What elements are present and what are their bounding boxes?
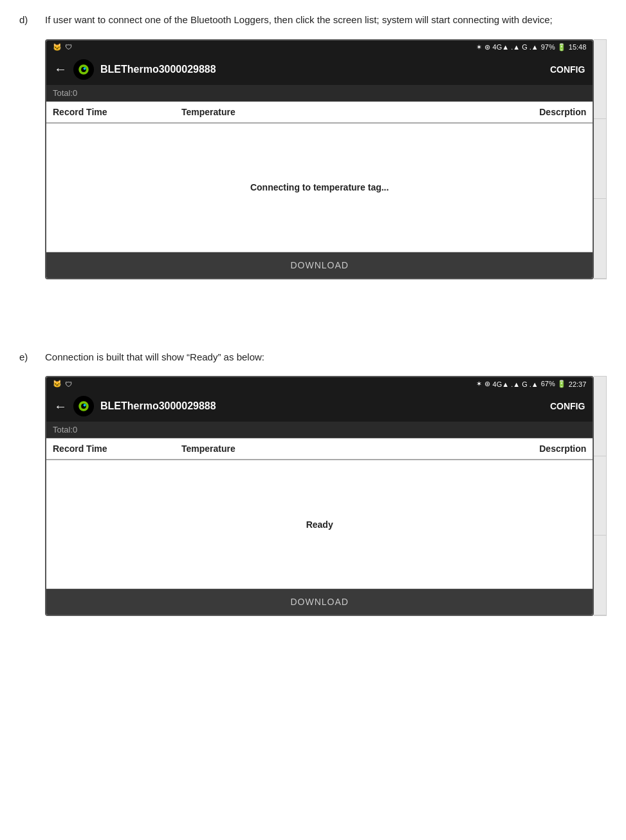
status-bar-2: 🐱 🛡 ✶ ⊛ 4G▲ .▲ G .▲ 67% 🔋 22:37 [46, 377, 593, 391]
phone-screen-1: 🐱 🛡 ✶ ⊛ 4G▲ .▲ G .▲ 97% 🔋 15:48 ← [45, 39, 607, 279]
section-d-label: d) [19, 13, 37, 28]
device-name-1: BLEThermo3000029888 [100, 64, 544, 75]
signal-text-1: 4G▲ .▲ G .▲ [493, 43, 539, 51]
time-2: 22:37 [569, 380, 587, 388]
app-header-2: ← BLEThermo3000029888 CONFIG [46, 391, 593, 422]
col-record-time-1: Record Time [53, 107, 181, 117]
config-button-2[interactable]: CONFIG [550, 401, 585, 411]
app-header-1: ← BLEThermo3000029888 CONFIG [46, 54, 593, 85]
status-left-icons-2: 🐱 🛡 [53, 380, 72, 388]
svg-point-7 [84, 404, 86, 407]
svg-point-3 [84, 67, 86, 70]
side-indicator-bot-1 [594, 199, 606, 279]
col-temperature-2: Temperature [181, 443, 297, 454]
side-indicator-top-2 [594, 377, 606, 456]
col-record-time-2: Record Time [53, 443, 181, 454]
monster-icon-1: 🐱 [53, 43, 62, 51]
shield-icon-1: 🛡 [65, 43, 72, 51]
table-header-1: Record Time Temperature Descrption [46, 102, 593, 124]
section-d-intro: d) If user want to connect one of the Bl… [19, 13, 607, 28]
back-button-2[interactable]: ← [54, 399, 67, 414]
status-right-1: ✶ ⊛ 4G▲ .▲ G .▲ 97% 🔋 15:48 [476, 43, 587, 51]
total-bar-2: Total:0 [46, 422, 593, 438]
config-button-1[interactable]: CONFIG [550, 64, 585, 75]
battery-text-1: 97% 🔋 [541, 43, 566, 51]
side-indicators-1 [594, 39, 607, 279]
status-left-icons-1: 🐱 🛡 [53, 43, 72, 51]
shield-icon-2: 🛡 [65, 380, 72, 388]
col-description-1: Descrption [297, 107, 586, 117]
section-e-intro: e) Connection is built that will show “R… [19, 350, 607, 365]
side-indicator-mid-2 [594, 456, 606, 536]
section-spacer [19, 305, 607, 337]
side-indicator-bot-2 [594, 536, 606, 615]
table-content-1: Connecting to temperature tag... [46, 124, 593, 252]
app-logo-2 [73, 396, 94, 416]
back-button-1[interactable]: ← [54, 62, 67, 77]
battery-text-2: 67% 🔋 [541, 380, 566, 388]
section-d-text: If user want to connect one of the Bluet… [45, 13, 553, 28]
phone-frame-2: 🐱 🛡 ✶ ⊛ 4G▲ .▲ G .▲ 67% 🔋 22:37 ← [45, 376, 594, 616]
phone-screen-2: 🐱 🛡 ✶ ⊛ 4G▲ .▲ G .▲ 67% 🔋 22:37 ← [45, 376, 607, 616]
wifi-icon-1: ⊛ [484, 43, 490, 51]
monster-icon-2: 🐱 [53, 380, 62, 388]
table-content-2: Ready [46, 460, 593, 589]
table-header-2: Record Time Temperature Descrption [46, 438, 593, 460]
download-button-1[interactable]: DOWNLOAD [46, 252, 593, 278]
device-name-2: BLEThermo3000029888 [100, 400, 544, 412]
col-temperature-1: Temperature [181, 107, 297, 117]
download-button-2[interactable]: DOWNLOAD [46, 589, 593, 615]
status-right-2: ✶ ⊛ 4G▲ .▲ G .▲ 67% 🔋 22:37 [476, 380, 587, 388]
side-indicator-top-1 [594, 40, 606, 120]
total-bar-1: Total:0 [46, 85, 593, 102]
side-indicator-mid-1 [594, 119, 606, 199]
app-logo-1 [73, 59, 94, 80]
time-1: 15:48 [569, 43, 587, 51]
connecting-message: Connecting to temperature tag... [250, 182, 389, 192]
col-description-2: Descrption [297, 443, 586, 454]
side-indicators-2 [594, 376, 607, 616]
section-e-text: Connection is built that will show “Read… [45, 350, 264, 365]
signal-text-2: 4G▲ .▲ G .▲ [493, 380, 539, 388]
status-bar-1: 🐱 🛡 ✶ ⊛ 4G▲ .▲ G .▲ 97% 🔋 15:48 [46, 41, 593, 54]
bluetooth-icon-1: ✶ [476, 43, 482, 51]
phone-frame-1: 🐱 🛡 ✶ ⊛ 4G▲ .▲ G .▲ 97% 🔋 15:48 ← [45, 39, 594, 279]
section-e-label: e) [19, 350, 37, 365]
ready-message: Ready [306, 519, 333, 530]
bluetooth-icon-2: ✶ [476, 380, 482, 388]
wifi-icon-2: ⊛ [484, 380, 490, 388]
